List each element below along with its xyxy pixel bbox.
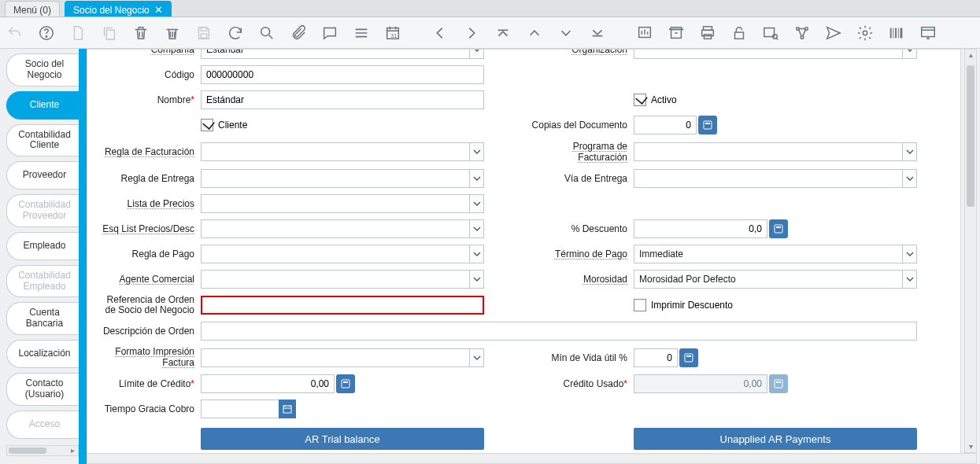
field-ref-orden[interactable] [201, 296, 484, 315]
nav-prev-icon[interactable] [431, 24, 449, 42]
label-regla-pago: Regla de Pago [98, 249, 201, 260]
field-nombre[interactable] [201, 90, 484, 109]
label-regla-entrega: Regla de Entrega [98, 173, 201, 184]
field-codigo[interactable] [201, 65, 484, 84]
archive-icon[interactable] [668, 24, 685, 42]
zoom-across-icon[interactable] [762, 24, 779, 42]
label-gracia: Tiempo Gracia Cobro [98, 403, 201, 414]
attach-icon[interactable] [290, 24, 307, 42]
horizontal-scrollbar[interactable] [87, 453, 977, 464]
sidetab-contab-cliente[interactable]: Contabilidad Cliente [6, 124, 79, 157]
chevron-down-icon[interactable] [902, 170, 916, 187]
sidetab-contacto[interactable]: Contacto (Usuario) [6, 373, 79, 406]
calendar-button[interactable] [279, 400, 296, 418]
report-icon[interactable] [636, 24, 653, 42]
chevron-down-icon[interactable] [469, 170, 483, 187]
field-esq-list[interactable] [201, 219, 484, 238]
tab-socio-negocio[interactable]: Socio del Negocio ✕ [65, 1, 172, 17]
label-termino-pago: Término de Pago [531, 249, 634, 260]
list-toggle-icon[interactable] [353, 24, 370, 42]
refresh-icon[interactable] [227, 24, 244, 42]
calc-button[interactable] [769, 219, 788, 238]
svg-point-19 [863, 31, 867, 35]
request-icon[interactable] [825, 24, 842, 42]
sidetab-empleado[interactable]: Empleado [6, 232, 79, 260]
close-icon[interactable]: ✕ [154, 4, 163, 16]
first-record-icon[interactable] [494, 24, 512, 42]
checkbox-activo[interactable] [634, 94, 646, 106]
field-agente[interactable] [201, 270, 484, 289]
checkbox-imprimir-desc[interactable] [634, 299, 646, 311]
chevron-down-icon[interactable] [469, 195, 483, 212]
sidetabs-hscroll[interactable]: ▸ [6, 445, 79, 456]
calc-button[interactable] [698, 116, 717, 134]
chevron-down-icon[interactable] [902, 245, 916, 263]
print-icon[interactable] [699, 24, 716, 42]
calc-button[interactable] [679, 348, 698, 367]
field-gracia[interactable] [201, 400, 279, 418]
checkbox-cliente[interactable] [201, 119, 213, 131]
field-programa-fact[interactable] [634, 142, 917, 161]
board-icon[interactable] [919, 24, 937, 42]
field-copias[interactable] [634, 116, 697, 134]
field-limite-credito[interactable] [201, 374, 335, 393]
chevron-down-icon[interactable] [469, 143, 483, 160]
gear-icon[interactable] [856, 24, 874, 42]
field-regla-pago[interactable] [201, 245, 484, 263]
calendar-icon[interactable]: 31 [384, 24, 401, 42]
chevron-down-icon[interactable] [902, 271, 916, 288]
label-organizacion: Organización [531, 49, 634, 55]
field-desc-orden[interactable] [201, 322, 917, 341]
barcode-icon[interactable] [888, 24, 905, 42]
chevron-down-icon[interactable] [469, 220, 483, 238]
sidetab-cuenta-bancaria[interactable]: Cuenta Bancaria [6, 302, 79, 335]
svg-rect-32 [342, 380, 349, 388]
field-min-vida[interactable] [634, 348, 678, 367]
field-regla-fact[interactable] [201, 142, 484, 161]
sidetab-localizacion[interactable]: Localización [6, 340, 79, 368]
sidetab-proveedor[interactable]: Proveedor [6, 161, 79, 190]
chevron-down-icon[interactable] [469, 49, 483, 58]
workflow-icon[interactable] [793, 24, 811, 42]
label-programa-fact: Programa de Facturación [531, 141, 634, 163]
calc-button[interactable] [336, 374, 355, 393]
field-pct-descuento[interactable] [634, 219, 767, 238]
label-cliente-chk: Cliente [218, 120, 247, 131]
nav-next-icon[interactable] [463, 24, 480, 42]
label-imprimir-desc: Imprimir Descuento [651, 300, 733, 311]
field-regla-entrega[interactable] [201, 169, 484, 188]
svg-point-5 [261, 27, 270, 35]
btn-unapplied-ar[interactable]: Unapplied AR Payments [634, 428, 917, 450]
chevron-down-icon[interactable] [902, 143, 916, 160]
field-via-entrega[interactable] [634, 169, 917, 188]
next-record-icon[interactable] [557, 24, 575, 42]
prev-record-icon[interactable] [526, 24, 543, 42]
save-icon [195, 24, 213, 42]
field-morosidad[interactable]: Morosidad Por Defecto [634, 270, 917, 289]
label-desc-orden: Descripción de Orden [98, 326, 201, 337]
btn-ar-trial-balance[interactable]: AR Trial balance [201, 428, 484, 450]
chevron-down-icon[interactable] [469, 349, 483, 366]
trash-icon[interactable] [132, 24, 150, 42]
label-regla-fact: Regla de Facturación [98, 146, 201, 157]
search-icon[interactable] [258, 24, 276, 42]
tab-menu[interactable]: Menú (0) [5, 1, 60, 17]
field-organizacion[interactable] [634, 49, 917, 59]
field-compania[interactable]: Estándar [201, 49, 484, 59]
label-lista-precios: Lista de Precios [98, 198, 201, 209]
chevron-down-icon[interactable] [469, 245, 483, 263]
chevron-down-icon[interactable] [902, 49, 916, 58]
lock-icon[interactable] [730, 24, 748, 42]
sidetab-socio-negocio[interactable]: Socio del Negocio [6, 53, 79, 87]
vertical-scrollbar[interactable]: ▴▾ [964, 49, 977, 453]
chevron-down-icon[interactable] [469, 271, 483, 288]
last-record-icon[interactable] [589, 24, 606, 42]
sidetab-cliente[interactable]: Cliente [6, 91, 79, 120]
field-termino-pago[interactable]: Immediate [634, 245, 917, 263]
chat-icon[interactable] [321, 24, 338, 42]
field-lista-precios[interactable] [201, 194, 484, 213]
trash-all-icon[interactable] [164, 24, 181, 42]
svg-rect-9 [671, 29, 682, 38]
field-formato-imp[interactable] [201, 348, 484, 367]
help-icon[interactable] [38, 24, 55, 42]
